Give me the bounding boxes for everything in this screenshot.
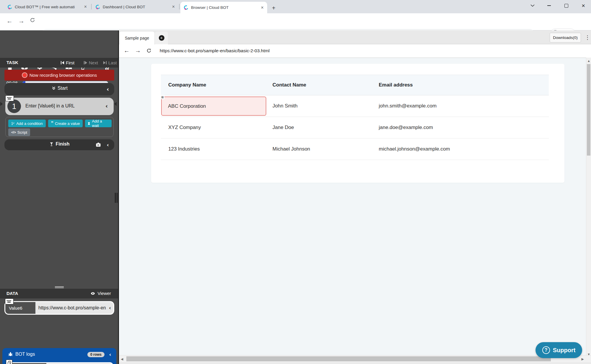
tab-close-icon[interactable]: ×	[261, 5, 264, 10]
bot-logs-header[interactable]: BOT logs	[8, 351, 35, 357]
data-resize-handle[interactable]	[55, 286, 64, 289]
chrome-tab-dashboard[interactable]: Dashboard | Cloud BOT ×	[92, 3, 178, 11]
step-next-icon	[84, 61, 87, 65]
data-title: DATA	[6, 291, 18, 296]
reload-icon	[146, 48, 152, 53]
tab-close-icon[interactable]: ×	[172, 4, 175, 9]
create-value-button[interactable]: ” Create a value	[48, 120, 83, 127]
viewer-menu-button[interactable]: ⋮	[585, 34, 590, 41]
close-icon: ×	[582, 2, 585, 9]
skip-last-icon	[103, 61, 107, 65]
step-number: 1	[7, 99, 21, 113]
cell-value[interactable]: Jane Doe	[272, 117, 294, 138]
viewer-url[interactable]: https://www.c-bot.pro/sample-en/basic/ba…	[160, 48, 270, 53]
data-viewer-button[interactable]: Viewer	[90, 291, 111, 296]
viewer-tab-sample-page[interactable]: Sample page	[120, 32, 154, 44]
task-next-button[interactable]: Next	[84, 60, 98, 65]
add-wait-button[interactable]: Add a wait	[85, 120, 112, 127]
tab-close-icon[interactable]: ×	[84, 4, 87, 9]
recording-banner[interactable]: Now recording browser operations	[4, 70, 114, 81]
cell-value[interactable]: john.smith@example.com	[379, 95, 437, 117]
cloudbot-favicon-icon	[95, 4, 101, 9]
vertical-scrollbar[interactable]: ▲ ▼	[586, 58, 591, 358]
support-button[interactable]: ? Support	[536, 342, 582, 358]
value6-value: https://www.c-bot.pro/sample-en	[38, 305, 109, 311]
plus-circle-icon: +	[159, 35, 164, 41]
rows-count-badge: 0 rows	[87, 352, 105, 357]
cloudbot-favicon-icon	[7, 4, 13, 9]
drag-handle-icon[interactable]: ≡	[161, 95, 164, 99]
window-chevron-button[interactable]	[526, 0, 539, 11]
task-last-button[interactable]: Last	[103, 60, 117, 65]
data-item-value6[interactable]: Value6 https://www.c-bot.pro/sample-en ‹	[4, 301, 114, 315]
collapse-chevron-icon[interactable]: ‹	[107, 86, 109, 92]
cell-value[interactable]: John Smith	[272, 95, 298, 117]
camera-icon[interactable]	[95, 142, 101, 148]
cell-value: ABC Corporation	[168, 103, 206, 109]
task-first-button[interactable]: First	[61, 60, 74, 65]
support-label: Support	[553, 347, 576, 354]
window-maximize-button[interactable]	[560, 0, 573, 11]
window-minimize-button[interactable]	[543, 0, 556, 11]
downloads-label: Downloads(0)	[553, 35, 577, 40]
maximize-icon	[564, 4, 568, 8]
task-step-1[interactable]: 1 Enter [Value6] in a URL ‹	[5, 98, 114, 115]
button-label: Add a condition	[16, 121, 43, 126]
horizontal-scroll-thumb[interactable]	[126, 356, 551, 361]
task-section-header: TASK First Next Last	[0, 58, 118, 68]
viewer-back-button[interactable]: ←	[124, 47, 130, 54]
button-label: Script	[17, 130, 27, 135]
button-label: Create a value	[55, 121, 80, 126]
data-item-bot-log-task[interactable]: BOT log-Task ‹	[5, 362, 113, 364]
cell-value[interactable]: michael.johnson@example.com	[379, 138, 450, 160]
collapse-chevron-icon[interactable]: ‹	[107, 142, 109, 148]
viewer-forward-button[interactable]: →	[135, 47, 141, 54]
bug-icon	[8, 351, 13, 357]
collapse-chevron-icon[interactable]: ‹	[109, 305, 111, 311]
finish-block[interactable]: Finish ‹	[4, 139, 114, 150]
vertical-scroll-thumb[interactable]	[587, 64, 590, 156]
selected-cell-company[interactable]: ≡ ABC Corporation	[161, 97, 266, 116]
scroll-up-arrow[interactable]: ▲	[587, 59, 590, 63]
bot-logs-group: BOT logs 0 rows ‹ BOT log-Task ‹ BOT log…	[2, 348, 116, 364]
script-button[interactable]: </> Script	[8, 128, 30, 136]
last-label: Last	[108, 60, 117, 65]
column-header: Email address	[379, 75, 413, 95]
viewer-urlbar: ← → https://www.c-bot.pro/sample-en/basi…	[119, 44, 591, 58]
record-dot-icon	[22, 72, 27, 78]
chevron-down-icon	[530, 4, 535, 7]
table-row: XYZ Company Jane Doe jane.doe@example.co…	[161, 117, 549, 138]
tab-title: Browser | Cloud BOT	[191, 5, 258, 10]
horizontal-scrollbar[interactable]: ◀ ▶	[119, 355, 591, 362]
browser-reload-button[interactable]	[30, 17, 35, 23]
viewer-reload-button[interactable]	[146, 48, 152, 53]
column-header: Contact Name	[272, 75, 306, 95]
start-block[interactable]: Start ‹	[4, 83, 114, 95]
step-label: Enter [Value6] in a URL	[25, 103, 75, 109]
code-icon: </>	[11, 130, 16, 134]
collapse-chevron-icon[interactable]: ‹	[109, 351, 111, 358]
chrome-tab-cloudbot-home[interactable]: Cloud BOT™ | Free web automati ×	[4, 3, 90, 11]
add-condition-button[interactable]: Add a condition	[8, 120, 46, 127]
new-tab-button[interactable]: +	[269, 2, 278, 14]
chrome-tab-browser-active[interactable]: Browser | Cloud BOT ×	[180, 2, 267, 13]
collapse-chevron-icon[interactable]: ‹	[105, 103, 108, 109]
copy-badge-icon	[6, 360, 12, 364]
downloads-button[interactable]: Downloads(0)	[550, 33, 581, 43]
cloudbot-favicon-icon	[183, 5, 189, 10]
viewer-new-tab-button[interactable]: +	[155, 32, 168, 44]
cell-value[interactable]: XYZ Company	[168, 117, 201, 138]
browser-window: Cloud BOT™ | Free web automati × Dashboa…	[0, 0, 591, 364]
cell-value[interactable]: Michael Johnson	[272, 138, 310, 160]
browser-forward-button[interactable]: →	[18, 17, 25, 25]
scroll-right-arrow[interactable]: ▶	[582, 357, 584, 361]
cell-value[interactable]: jane.doe@example.com	[379, 117, 433, 138]
browser-back-button[interactable]: ←	[6, 17, 13, 25]
window-close-button[interactable]: ×	[577, 0, 590, 11]
scroll-left-arrow[interactable]: ◀	[121, 357, 123, 361]
sidebar-resize-grip[interactable]	[115, 193, 117, 203]
value6-field[interactable]: https://www.c-bot.pro/sample-en ‹	[35, 302, 113, 314]
reload-icon	[30, 17, 35, 23]
tab-title: Cloud BOT™ | Free web automati	[15, 5, 81, 9]
cell-value[interactable]: 123 Industries	[168, 138, 200, 160]
